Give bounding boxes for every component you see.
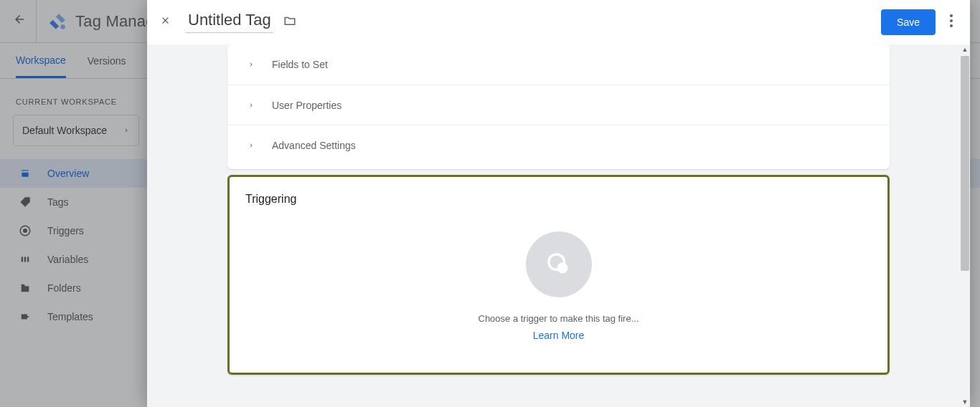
row-label: Fields to Set <box>272 59 328 70</box>
tag-name-input[interactable]: Untitled Tag <box>187 11 273 33</box>
panel-body: Fields to Set User Properties Advanced S… <box>147 44 970 407</box>
expand-advanced-settings[interactable]: Advanced Settings <box>227 125 890 165</box>
row-label: Advanced Settings <box>272 140 356 151</box>
scrollbar[interactable]: ▲ ▼ <box>960 44 970 407</box>
svg-point-3 <box>950 14 953 17</box>
scroll-thumb[interactable] <box>961 56 969 271</box>
expand-user-properties[interactable]: User Properties <box>227 85 890 125</box>
scroll-down-icon[interactable]: ▼ <box>960 397 970 407</box>
chevron-right-icon <box>248 102 255 109</box>
row-label: User Properties <box>272 100 341 111</box>
add-trigger-icon[interactable] <box>526 231 592 297</box>
tag-config-card: Fields to Set User Properties Advanced S… <box>227 44 890 169</box>
section-title: Triggering <box>230 177 887 206</box>
chevron-right-icon <box>248 61 255 68</box>
save-button[interactable]: Save <box>881 9 936 35</box>
svg-point-4 <box>950 19 953 22</box>
svg-point-7 <box>557 263 567 274</box>
tag-editor-panel: Untitled Tag Save Fields to Set User Pro… <box>147 0 970 407</box>
scroll-up-icon[interactable]: ▲ <box>960 44 970 54</box>
chevron-right-icon <box>248 142 255 149</box>
panel-header: Untitled Tag Save <box>147 0 970 44</box>
triggering-hint: Choose a trigger to make this tag fire..… <box>479 313 639 324</box>
learn-more-link[interactable]: Learn More <box>533 330 585 341</box>
more-menu-icon[interactable] <box>946 10 957 34</box>
folder-icon[interactable] <box>283 14 297 30</box>
triggering-empty-state: Choose a trigger to make this tag fire..… <box>230 206 887 373</box>
close-icon[interactable] <box>160 15 171 29</box>
svg-point-5 <box>950 24 953 27</box>
triggering-card[interactable]: Triggering Choose a trigger to make this… <box>227 175 890 375</box>
expand-fields-to-set[interactable]: Fields to Set <box>227 44 890 85</box>
